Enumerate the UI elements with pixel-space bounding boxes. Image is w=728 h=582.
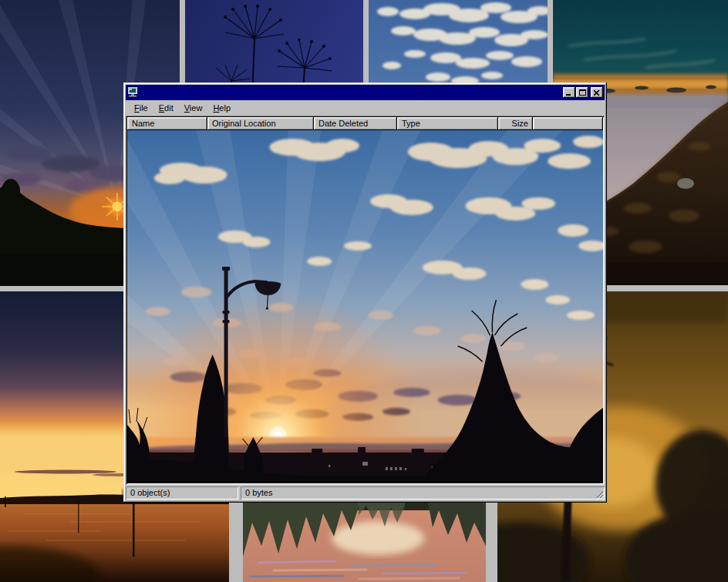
computer-icon[interactable]: [127, 87, 140, 98]
menu-help[interactable]: Help: [207, 102, 236, 114]
column-header-name[interactable]: Name: [127, 117, 207, 130]
sunset-streetlamp-photo: [127, 130, 603, 483]
list-view: Name Original Location Date Deleted Type…: [126, 116, 605, 485]
status-size: 0 bytes: [241, 486, 605, 500]
recycle-bin-window: File Edit View Help Name Original Locati…: [123, 82, 607, 503]
menu-edit[interactable]: Edit: [153, 102, 179, 114]
column-header-row: Name Original Location Date Deleted Type…: [127, 117, 603, 130]
resize-grip[interactable]: [595, 489, 604, 499]
column-header-filler: [533, 117, 603, 130]
statusbar: 0 object(s) 0 bytes: [126, 486, 605, 500]
maximize-button[interactable]: [576, 87, 588, 98]
minimize-button[interactable]: [563, 87, 575, 98]
close-icon: [594, 90, 600, 96]
menu-file[interactable]: File: [129, 102, 153, 114]
status-object-count: 0 object(s): [126, 486, 238, 500]
column-header-type[interactable]: Type: [397, 117, 498, 130]
close-button[interactable]: [591, 87, 603, 98]
titlebar[interactable]: [126, 85, 605, 100]
desktop-wallpaper: File Edit View Help Name Original Locati…: [0, 0, 728, 582]
column-header-size[interactable]: Size: [498, 117, 533, 130]
maximize-icon: [579, 89, 586, 96]
menubar: File Edit View Help: [126, 100, 605, 116]
status-size-text: 0 bytes: [245, 488, 272, 497]
minimize-icon: [566, 90, 572, 96]
column-header-original-location[interactable]: Original Location: [207, 117, 314, 130]
column-header-date-deleted[interactable]: Date Deleted: [314, 117, 397, 130]
menu-view[interactable]: View: [179, 102, 208, 114]
file-list-area[interactable]: [127, 130, 603, 483]
